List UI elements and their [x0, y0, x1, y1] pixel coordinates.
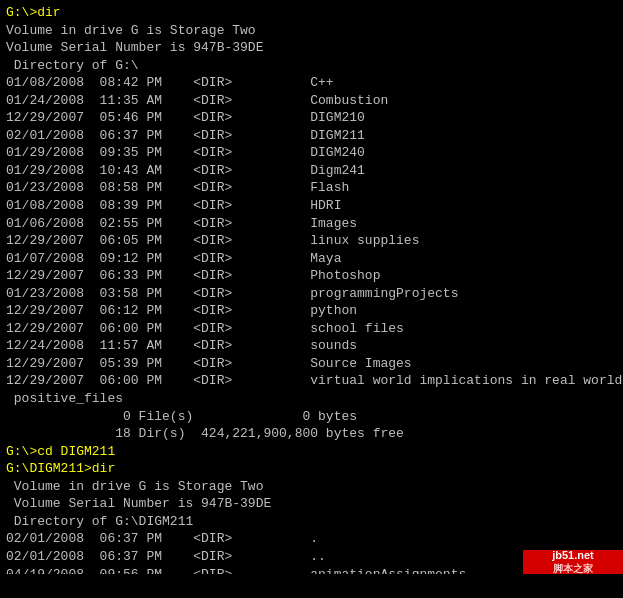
terminal-line: 12/29/2007 06:00 PM <DIR> virtual world …: [6, 372, 617, 390]
terminal-line: 01/08/2008 08:42 PM <DIR> C++: [6, 74, 617, 92]
terminal-line: 12/29/2007 05:46 PM <DIR> DIGM210: [6, 109, 617, 127]
terminal-line: 12/29/2007 06:33 PM <DIR> Photoshop: [6, 267, 617, 285]
terminal-line: G:\>cd DIGM211: [6, 443, 617, 461]
terminal-line: 12/24/2008 11:57 AM <DIR> sounds: [6, 337, 617, 355]
terminal-line: Directory of G:\: [6, 57, 617, 75]
terminal-line: G:\>dir: [6, 4, 617, 22]
terminal-line: positive_files: [6, 390, 617, 408]
terminal-line: 12/29/2007 05:39 PM <DIR> Source Images: [6, 355, 617, 373]
terminal-line: 01/06/2008 02:55 PM <DIR> Images: [6, 215, 617, 233]
terminal-line: 01/23/2008 08:58 PM <DIR> Flash: [6, 179, 617, 197]
terminal-line: Volume in drive G is Storage Two: [6, 478, 617, 496]
terminal-line: Volume Serial Number is 947B-39DE: [6, 39, 617, 57]
terminal-line: 02/01/2008 06:37 PM <DIR> DIGM211: [6, 127, 617, 145]
terminal-line: 12/29/2007 06:05 PM <DIR> linux supplies: [6, 232, 617, 250]
terminal-line: 01/07/2008 09:12 PM <DIR> Maya: [6, 250, 617, 268]
terminal-line: 02/01/2008 06:37 PM <DIR> .: [6, 530, 617, 548]
terminal-line: 01/29/2008 09:35 PM <DIR> DIGM240: [6, 144, 617, 162]
terminal-line: 01/23/2008 03:58 PM <DIR> programmingPro…: [6, 285, 617, 303]
terminal-line: G:\DIGM211>dir: [6, 460, 617, 478]
watermark-line2: 脚本之家: [552, 563, 594, 574]
terminal-line: 0 File(s) 0 bytes: [6, 408, 617, 426]
terminal-line: 12/29/2007 06:12 PM <DIR> python: [6, 302, 617, 320]
terminal-line: Volume Serial Number is 947B-39DE: [6, 495, 617, 513]
terminal-line: 01/29/2008 10:43 AM <DIR> Digm241: [6, 162, 617, 180]
terminal-line: 01/08/2008 08:39 PM <DIR> HDRI: [6, 197, 617, 215]
terminal-content: G:\>dirVolume in drive G is Storage TwoV…: [6, 4, 617, 574]
terminal-line: Directory of G:\DIGM211: [6, 513, 617, 531]
terminal-line: 12/29/2007 06:00 PM <DIR> school files: [6, 320, 617, 338]
watermark: jb51.net 脚本之家: [523, 550, 623, 574]
terminal-window: G:\>dirVolume in drive G is Storage TwoV…: [0, 0, 623, 574]
terminal-line: 18 Dir(s) 424,221,900,800 bytes free: [6, 425, 617, 443]
watermark-line1: jb51.net: [552, 549, 594, 562]
terminal-line: Volume in drive G is Storage Two: [6, 22, 617, 40]
terminal-line: 01/24/2008 11:35 AM <DIR> Combustion: [6, 92, 617, 110]
